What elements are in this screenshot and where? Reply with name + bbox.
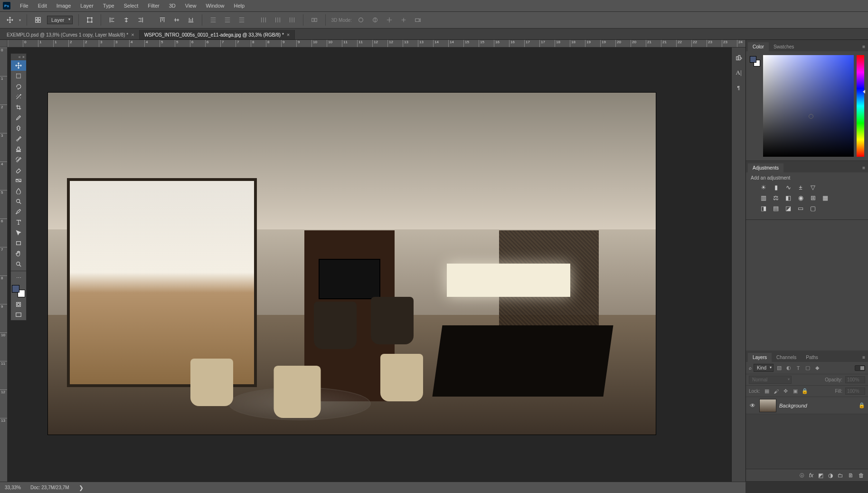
layer-row[interactable]: 👁 Background 🔒 [746, 397, 868, 414]
blur-tool[interactable] [11, 186, 26, 196]
layer-filter-kind[interactable]: Kind [754, 364, 774, 372]
zoom-tool[interactable] [11, 259, 26, 269]
blend-mode-dropdown[interactable]: Normal [749, 376, 792, 384]
tab-swatches[interactable]: Swatches [769, 42, 799, 51]
new-layer-icon[interactable]: 🗎 [848, 472, 854, 479]
align-bottom-icon[interactable] [186, 15, 196, 25]
type-tool[interactable] [11, 217, 26, 228]
color-lookup-icon[interactable]: ▦ [821, 194, 830, 201]
close-tab-icon[interactable]: × [287, 32, 290, 38]
layer-style-icon[interactable]: fx [809, 472, 813, 479]
menu-image[interactable]: Image [52, 0, 76, 12]
auto-select-icon[interactable] [33, 15, 43, 25]
photo-filter-icon[interactable]: ◉ [796, 194, 805, 201]
invert-icon[interactable]: ◨ [759, 204, 768, 212]
transform-controls-icon[interactable] [85, 15, 95, 25]
document-info[interactable]: Doc: 23,7M/23,7M [30, 485, 69, 490]
color-panel-menu-icon[interactable]: ≡ [859, 42, 868, 51]
path-select-tool[interactable] [11, 228, 26, 238]
menu-view[interactable]: View [180, 0, 201, 12]
menu-filter[interactable]: Filter [143, 0, 164, 12]
shape-filter-icon[interactable]: ▢ [804, 364, 811, 372]
exposure-icon[interactable]: ± [796, 183, 805, 191]
menu-select[interactable]: Select [119, 0, 143, 12]
crop-tool[interactable] [11, 102, 26, 113]
lock-image-icon[interactable]: 🖌 [773, 388, 780, 395]
history-icon[interactable] [734, 52, 744, 63]
visibility-toggle-icon[interactable]: 👁 [749, 402, 756, 409]
clone-stamp-tool[interactable] [11, 144, 26, 154]
lock-artboard-icon[interactable]: ▣ [792, 388, 799, 395]
edit-toolbar-button[interactable]: ⋯ [11, 273, 26, 283]
zoom-level[interactable]: 33,33% [5, 485, 21, 490]
tab-adjustments[interactable]: Adjustments [748, 163, 783, 172]
canvas-area[interactable] [8, 47, 745, 482]
align-center-h-icon[interactable] [121, 15, 132, 25]
layer-name[interactable]: Background [779, 403, 856, 408]
brush-tool[interactable] [11, 133, 26, 144]
lock-icon[interactable]: 🔒 [859, 402, 865, 408]
move-tool[interactable] [11, 60, 26, 71]
menu-file[interactable]: File [15, 0, 33, 12]
marquee-tool[interactable] [11, 71, 26, 81]
document-tab[interactable]: WSPOS_INTRO_0005s_0010_e11-adega.jpg @ 3… [140, 30, 295, 39]
document-canvas[interactable] [48, 93, 656, 435]
menu-window[interactable]: Window [201, 0, 229, 12]
eraser-tool[interactable] [11, 165, 26, 175]
eyedropper-tool[interactable] [11, 113, 26, 123]
screen-mode-button[interactable] [11, 310, 26, 320]
close-tab-icon[interactable]: × [131, 32, 134, 38]
align-left-icon[interactable] [107, 15, 117, 25]
hand-tool[interactable] [11, 248, 26, 259]
character-icon[interactable]: A| [734, 67, 744, 78]
gradient-map-icon[interactable]: ▭ [796, 204, 805, 212]
hue-slider[interactable] [857, 55, 864, 157]
delete-layer-icon[interactable]: 🗑 [859, 472, 864, 479]
levels-icon[interactable]: ▮ [772, 183, 780, 191]
rectangle-tool[interactable] [11, 238, 26, 248]
magic-wand-tool[interactable] [11, 92, 26, 102]
ruler-origin[interactable] [0, 40, 8, 47]
menu-layer[interactable]: Layer [75, 0, 98, 12]
gradient-tool[interactable] [11, 175, 26, 186]
pixel-filter-icon[interactable]: ▧ [775, 364, 783, 372]
threshold-icon[interactable]: ◪ [784, 204, 793, 212]
history-brush-tool[interactable] [11, 154, 26, 165]
menu-edit[interactable]: Edit [33, 0, 52, 12]
menu-type[interactable]: Type [98, 0, 119, 12]
lock-transparent-icon[interactable]: ▦ [763, 388, 771, 395]
align-top-icon[interactable] [157, 15, 168, 25]
selective-color-icon[interactable]: ▢ [809, 204, 817, 212]
lock-position-icon[interactable]: ✥ [782, 388, 790, 395]
color-swatches[interactable] [12, 285, 25, 297]
tab-channels[interactable]: Channels [772, 353, 801, 362]
curves-icon[interactable]: ∿ [784, 183, 793, 191]
layer-mask-icon[interactable]: ◩ [818, 472, 823, 479]
tab-color[interactable]: Color [748, 42, 769, 51]
menu-3d[interactable]: 3D [164, 0, 180, 12]
tab-paths[interactable]: Paths [801, 353, 823, 362]
new-group-icon[interactable]: 🗀 [838, 472, 843, 479]
document-tab[interactable]: EXEMPLO.psd @ 13,8% (Curves 1 copy, Laye… [2, 30, 140, 39]
opacity-field[interactable]: 100% [845, 376, 865, 383]
adjustment-filter-icon[interactable]: ◐ [785, 364, 793, 372]
pen-tool[interactable] [11, 207, 26, 217]
status-info-menu-icon[interactable]: ❯ [79, 484, 84, 491]
color-field[interactable] [763, 55, 854, 157]
new-adjustment-layer-icon[interactable]: ◑ [828, 472, 833, 479]
lock-all-icon[interactable]: 🔒 [801, 388, 809, 395]
fill-field[interactable]: 100% [845, 388, 865, 395]
vertical-ruler[interactable]: 012345678910111213 [0, 47, 8, 482]
panel-color-swatches[interactable] [750, 56, 760, 66]
foreground-color[interactable] [12, 285, 19, 293]
align-right-icon[interactable] [135, 15, 146, 25]
channel-mixer-icon[interactable]: ⊞ [809, 194, 817, 201]
quick-mask-button[interactable] [11, 299, 26, 310]
lasso-tool[interactable] [11, 81, 26, 92]
align-center-v-icon[interactable] [171, 15, 182, 25]
dodge-tool[interactable] [11, 196, 26, 207]
vibrance-icon[interactable]: ▽ [809, 183, 817, 191]
toolbox-tab[interactable]: «× [11, 54, 26, 60]
smart-filter-icon[interactable]: ◆ [813, 364, 821, 372]
link-layers-icon[interactable]: ⦾ [800, 472, 804, 479]
